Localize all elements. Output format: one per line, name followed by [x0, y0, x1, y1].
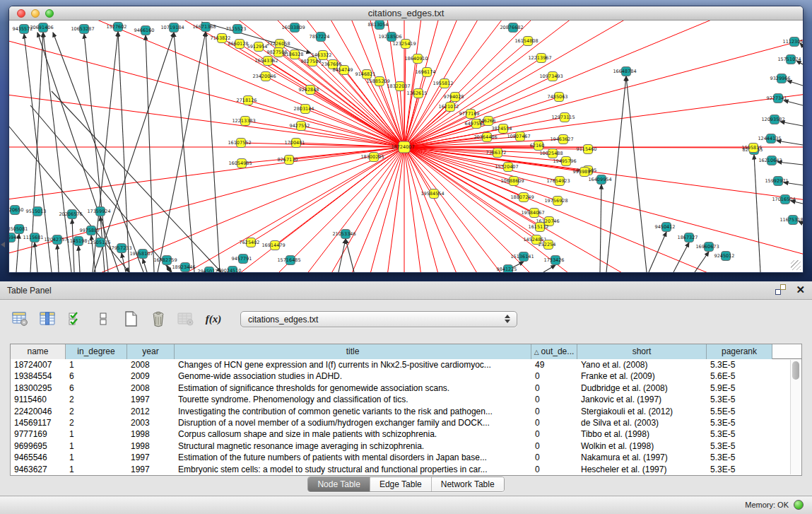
table-cell[interactable]: Tourette syndrome. Phenomenology and cla…	[175, 394, 531, 405]
table-cell[interactable]: 2003	[127, 417, 175, 428]
table-cell[interactable]: 0	[531, 428, 577, 440]
table-cell[interactable]: 5.3E-5	[707, 394, 772, 405]
table-row[interactable]: 2242004622012Investigating the contribut…	[11, 406, 801, 417]
function-button[interactable]: f(x)	[203, 310, 224, 328]
table-cell[interactable]: 1998	[127, 428, 175, 440]
table-row[interactable]: 1938455462009Genome-wide association stu…	[11, 370, 801, 382]
table-row[interactable]: 946362711997Embryonic stem cells: a mode…	[11, 464, 801, 475]
table-cell[interactable]: Yano et al. (2008)	[577, 359, 707, 370]
column-header-short[interactable]: short	[577, 344, 707, 359]
table-cell[interactable]: 9463627	[11, 464, 66, 475]
table-cell[interactable]: 2012	[127, 406, 175, 417]
table-row[interactable]: 1872400712008Changes of HCN gene express…	[11, 359, 801, 370]
table-row[interactable]: 969969511998Structural magnetic resonanc…	[11, 440, 801, 452]
table-cell[interactable]: 0	[531, 370, 577, 382]
tab-node-table[interactable]: Node Table	[308, 477, 370, 491]
table-cell[interactable]: Hescheler et al. (1997)	[577, 464, 707, 475]
table-cell[interactable]: 0	[531, 440, 577, 452]
table-cell[interactable]: Structural magnetic resonance image aver…	[175, 440, 531, 452]
table-cell[interactable]: de Silva et al. (2003)	[577, 417, 707, 428]
table-settings-button[interactable]	[10, 310, 31, 328]
table-cell[interactable]: 19384554	[11, 370, 66, 382]
table-cell[interactable]: 5.3E-5	[707, 417, 772, 428]
table-cell[interactable]: 0	[531, 452, 577, 463]
table-row[interactable]: 1830029562008Estimation of significance …	[11, 382, 801, 394]
memory-status-indicator[interactable]	[794, 500, 804, 510]
table-cell[interactable]: 5.3E-5	[707, 428, 772, 440]
table-cell[interactable]: 6	[66, 382, 127, 394]
column-header-year[interactable]: year	[127, 344, 175, 359]
table-cell[interactable]: 0	[531, 394, 577, 405]
table-cell[interactable]: 1	[66, 428, 127, 440]
table-cell[interactable]: 5.3E-5	[707, 359, 772, 370]
table-cell[interactable]: 1997	[127, 394, 175, 405]
table-cell[interactable]: 5.3E-5	[707, 464, 772, 475]
column-header-pagerank[interactable]: pagerank	[707, 344, 772, 359]
tab-network-table[interactable]: Network Table	[432, 477, 504, 491]
table-cell[interactable]: 1	[66, 464, 127, 475]
table-row[interactable]: 977716911998Corpus callosum shape and si…	[11, 428, 801, 440]
table-cell[interactable]: 0	[531, 417, 577, 428]
table-cell[interactable]: 5.3E-5	[707, 452, 772, 463]
table-cell[interactable]: 0	[531, 464, 577, 475]
table-cell[interactable]: Nakamura et al. (1997)	[577, 452, 707, 463]
close-panel-icon[interactable]: ✕	[796, 284, 805, 295]
table-cell[interactable]: 5.3E-5	[707, 440, 772, 452]
window-resize-grip[interactable]	[791, 260, 801, 270]
table-cell[interactable]: 2	[66, 394, 127, 405]
table-cell[interactable]: 2008	[127, 359, 175, 370]
table-cell[interactable]: Jankovic et al. (1997)	[577, 394, 707, 405]
table-cell[interactable]: 22420046	[11, 406, 66, 417]
table-cell[interactable]: 6	[66, 370, 127, 382]
table-select-dropdown[interactable]: citations_edges.txt	[240, 311, 517, 327]
table-cell[interactable]: 1997	[127, 464, 175, 475]
table-cell[interactable]: 9465546	[11, 452, 66, 463]
column-select-button[interactable]	[37, 310, 59, 328]
float-panel-icon[interactable]	[775, 284, 786, 295]
table-cell[interactable]: 49	[531, 359, 577, 370]
table-row[interactable]: 946554611997Estimation of the future num…	[11, 452, 801, 463]
table-cell[interactable]: 1	[66, 452, 127, 463]
vertical-scrollbar[interactable]	[790, 360, 801, 474]
node-table[interactable]: namein_degreeyeartitle△out_de...shortpag…	[10, 344, 802, 476]
table-cell[interactable]: 0	[531, 382, 577, 394]
table-cell[interactable]: 2	[66, 417, 127, 428]
table-cell[interactable]: Changes of HCN gene expression and I(f) …	[175, 359, 531, 370]
table-cell[interactable]: Corpus callosum shape and size in male p…	[175, 428, 531, 440]
table-cell[interactable]: Investigating the contribution of common…	[175, 406, 531, 417]
table-cell[interactable]: Stergiakouli et al. (2012)	[577, 406, 707, 417]
column-header-name[interactable]: name	[11, 344, 66, 359]
table-cell[interactable]: 9777169	[11, 428, 66, 440]
table-cell[interactable]: Estimation of the future numbers of pati…	[175, 452, 531, 463]
select-all-check-button[interactable]	[65, 310, 86, 328]
table-cell[interactable]: 9699695	[11, 440, 66, 452]
table-cell[interactable]: 0	[531, 406, 577, 417]
network-window[interactable]: citations_edges.txt 94355722069140610653…	[8, 6, 804, 273]
table-cell[interactable]: 14569117	[11, 417, 66, 428]
table-row[interactable]: 1456911722003Disruption of a novel membe…	[11, 417, 801, 428]
table-cell[interactable]: Wolkin et al. (1998)	[577, 440, 707, 452]
table-cell[interactable]: 1	[66, 359, 127, 370]
table-cell[interactable]: Disruption of a novel member of a sodium…	[175, 417, 531, 428]
table-cell[interactable]: 2	[66, 406, 127, 417]
table-cell[interactable]: Estimation of significance thresholds fo…	[175, 382, 531, 394]
table-cell[interactable]: 2008	[127, 382, 175, 394]
tab-edge-table[interactable]: Edge Table	[370, 477, 432, 491]
column-header-out_de[interactable]: △out_de...	[531, 344, 577, 359]
rows-button[interactable]	[93, 310, 114, 328]
table-cell[interactable]: Genome-wide association studies in ADHD.	[175, 370, 531, 382]
table-cell[interactable]: 18300295	[11, 382, 66, 394]
collapse-left-icon[interactable]	[1, 242, 5, 247]
delete-trash-button[interactable]	[148, 310, 169, 328]
table-cell[interactable]: 5.9E-5	[707, 382, 772, 394]
table-cell[interactable]: Franke et al. (2009)	[577, 370, 707, 382]
table-cell[interactable]: Dudbridge et al. (2008)	[577, 382, 707, 394]
table-cell[interactable]: 2009	[127, 370, 175, 382]
new-document-button[interactable]	[120, 310, 141, 328]
table-cell[interactable]: 1997	[127, 452, 175, 463]
table-cell[interactable]: 5.6E-5	[707, 370, 772, 382]
table-row[interactable]: 911546021997Tourette syndrome. Phenomeno…	[11, 394, 801, 405]
table-cell[interactable]: 18724007	[11, 359, 66, 370]
window-titlebar[interactable]: citations_edges.txt	[9, 6, 803, 21]
scrollbar-thumb[interactable]	[792, 361, 799, 380]
